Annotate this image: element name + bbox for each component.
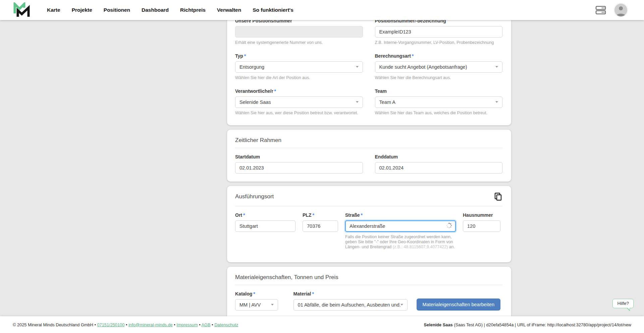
footer-separator: • [173,322,177,327]
nav-item-karte[interactable]: Karte [47,7,60,13]
field-hausnummer: Hausnummer [463,212,500,249]
field-helper: Wählen Sie hier die Art der Position aus… [235,75,363,80]
chevron-down-icon [400,304,403,306]
field-unsere-positionsnummer: Unsere Positionsnummer Erhält eine syste… [235,20,363,45]
footer-separator: • [211,322,215,327]
strasse-input[interactable] [345,220,456,232]
startdatum-input[interactable] [235,162,363,174]
nav-item-positionen[interactable]: Positionen [104,7,130,13]
required-asterisk: * [243,212,245,218]
positionsnummer-input[interactable] [375,26,503,38]
field-label: Straße* [345,212,456,218]
field-label: PLZ* [303,212,338,218]
footer-separator: • [94,322,97,327]
required-asterisk: * [253,291,255,296]
verantwortlicher-select[interactable]: Selenide Saas [235,96,363,108]
required-asterisk: * [312,291,314,296]
help-button[interactable]: Hilfe? [612,299,634,308]
plz-input[interactable] [303,220,338,232]
field-positionsnummer: Positionsnummer/-bezeichnung Z.B. Intern… [375,20,503,45]
field-label: Positionsnummer/-bezeichnung [375,20,503,24]
user-avatar-icon[interactable] [614,4,627,16]
berechnungsart-select[interactable]: Kunde sucht Angebot (Angebotsanfrage) [375,61,503,73]
section-title: Ausführungsort [235,193,274,200]
field-label: Startdatum [235,154,363,160]
footer-user-rest: (Saas Test AG) | d20efa54854a | URL of i… [453,322,631,327]
field-enddatum: Enddatum [375,154,503,174]
server-rows-icon[interactable] [595,5,606,15]
required-asterisk: * [312,212,314,218]
nav-item-dashboard[interactable]: Dashboard [142,7,169,13]
team-select[interactable]: Team A [375,96,503,108]
field-team: Team Team A Wählen Sie hier das Team aus… [375,88,503,116]
material-select[interactable]: 01 Abfälle, die beim Aufsuchen, Ausbeute… [293,299,408,311]
chevron-down-icon [356,66,359,68]
field-label: Berechnungsart* [375,53,503,59]
field-helper: Z.B. Interne-Vorgangsnummer, LV-Position… [375,40,503,45]
enddatum-input[interactable] [375,162,503,174]
section-title: Materialeigenschaften, Tonnen und Preis [235,274,338,281]
field-label: Hausnummer [463,212,500,218]
field-berechnungsart: Berechnungsart* Kunde sucht Angebot (Ang… [375,53,503,80]
field-helper: Erhält eine systemgenerierte Nummer von … [235,40,363,45]
field-plz: PLZ* [303,212,338,249]
section-title: Zeitlicher Rahmen [235,137,281,144]
nav-item-projekte[interactable]: Projekte [72,7,92,13]
footer: © 2025 Mineral Minds Deutschland GmbH • … [0,316,644,333]
unsere-positionsnummer-input [235,26,363,38]
footer-links: © 2025 Mineral Minds Deutschland GmbH • … [13,322,238,327]
field-strasse: Straße* [345,212,456,249]
nav-item-so-funktioniert-s[interactable]: So funktioniert's [253,7,293,13]
app-logo[interactable] [13,2,32,18]
card-ausfuehrungsort: Ausführungsort Ort* PLZ* [227,186,511,262]
mineral-minds-logo-icon [13,2,31,18]
nav-menu: KarteProjektePositionenDashboardRichtpre… [47,7,293,13]
chevron-down-icon [271,304,274,306]
footer-link-info-mineral-minds-de[interactable]: info@mineral-minds.de [128,322,173,327]
nav-item-richtpreis[interactable]: Richtpreis [180,7,206,13]
loading-spinner-icon [446,222,452,230]
chevron-down-icon [495,66,498,68]
field-helper: Wählen Sie hier aus, wer diese Position … [235,111,363,116]
field-verantwortlicher: Verantwortliche/r* Selenide Saas Wählen … [235,88,363,116]
katalog-select[interactable]: MM | AVV [235,299,278,311]
field-label: Ort* [235,212,296,218]
footer-link-impressum[interactable]: Impressum [176,322,198,327]
footer-separator: • [124,322,128,327]
footer-link-agb[interactable]: AGB [202,322,211,327]
field-material: Material* 01 Abfälle, die beim Aufsuchen… [293,291,408,311]
footer-copyright: © 2025 Mineral Minds Deutschland GmbH [13,322,93,327]
materialeigenschaften-bearbeiten-button[interactable]: Materialeigenschaften bearbeiten [417,298,500,311]
form-column: Unsere Positionsnummer Erhält eine syste… [227,20,511,316]
chevron-down-icon [356,101,359,103]
footer-link-datenschutz[interactable]: Datenschutz [214,322,238,327]
required-asterisk: * [274,88,276,94]
field-label: Enddatum [375,154,503,160]
footer-user-name: Selenide Saas [424,322,453,327]
field-label: Material* [293,291,408,297]
footer-separator: • [198,322,202,327]
field-helper: Wählen Sie hier das Team aus, welches di… [375,111,503,116]
nav-item-verwalten[interactable]: Verwalten [217,7,241,13]
field-katalog: Katalog* MM | AVV [235,291,278,311]
main-content: Unsere Positionsnummer Erhält eine syste… [0,20,644,316]
field-startdatum: Startdatum [235,154,363,174]
strasse-helper: Falls die Position keiner Straße zugeord… [345,235,456,249]
hausnummer-input[interactable] [463,220,500,232]
card-basisdaten: Unsere Positionsnummer Erhält eine syste… [227,20,511,125]
required-asterisk: * [361,212,363,218]
card-zeitlicher-rahmen: Zeitlicher Rahmen Startdatum Enddatum [227,130,511,182]
required-asterisk: * [412,53,414,59]
card-materialeigenschaften: Materialeigenschaften, Tonnen und Preis … [227,267,511,317]
field-helper: Wählen Sie hier die Berechnungsart aus. [375,75,503,80]
ort-input[interactable] [235,220,296,232]
navbar: KarteProjektePositionenDashboardRichtpre… [0,0,644,20]
footer-link-07151-250100[interactable]: 07151/250100 [97,322,125,327]
copy-icon[interactable] [494,192,502,202]
field-label: Typ* [235,53,363,59]
navbar-right [595,4,627,16]
footer-user-info: Selenide Saas (Saas Test AG) | d20efa548… [424,322,631,327]
field-label: Team [375,88,503,94]
typ-select[interactable]: Entsorgung [235,61,363,73]
field-ort: Ort* [235,212,296,249]
